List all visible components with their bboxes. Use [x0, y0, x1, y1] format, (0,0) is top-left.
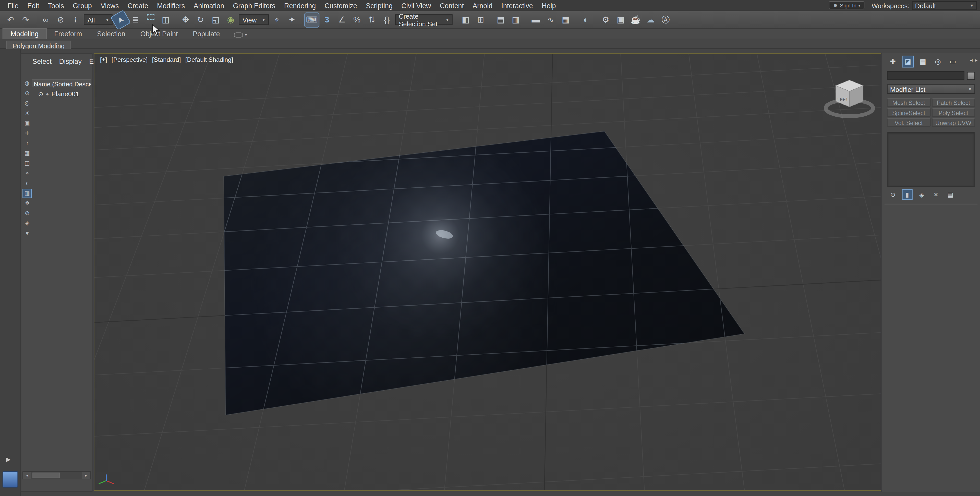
menu-arnold[interactable]: Arnold — [468, 1, 497, 10]
select-object-icon[interactable]: ➤ — [111, 10, 130, 29]
ribbon-tab-freeform[interactable]: Freeform — [47, 29, 90, 39]
unlink-selection-icon[interactable]: ⊘ — [54, 13, 68, 27]
scrollbar-thumb[interactable] — [32, 472, 60, 478]
rendered-frame-window-icon[interactable]: ▣ — [614, 13, 627, 27]
align-icon[interactable]: ⊞ — [474, 13, 488, 27]
modifier-list-dropdown[interactable]: Modifier List ▼ — [887, 84, 975, 94]
use-pivot-point-center-icon[interactable]: ⌖ — [270, 13, 284, 27]
angle-snap-icon[interactable]: ∠ — [335, 13, 349, 27]
explorer-horizontal-scrollbar[interactable]: ◂ ▸ — [22, 471, 91, 479]
explorer-tool-icon[interactable]: ☀ — [23, 109, 32, 118]
viewport-pov-menu[interactable]: [Perspective] — [111, 56, 148, 63]
explorer-tool-icon[interactable]: ◎ — [23, 99, 32, 108]
scroll-right-icon[interactable]: ▸ — [975, 57, 978, 63]
reference-coordinate-system-dropdown[interactable]: View ▼ — [239, 14, 269, 25]
edit-named-selection-sets-icon[interactable]: {} — [380, 13, 394, 27]
select-and-move-icon[interactable]: ✥ — [179, 13, 192, 27]
explorer-tool-icon[interactable]: ▣ — [23, 119, 32, 128]
vol-select-button[interactable]: Vol. Select — [887, 118, 930, 127]
explorer-tool-icon[interactable]: ⊙ — [23, 89, 32, 97]
ribbon-config-dropdown[interactable]: ▾ — [234, 32, 247, 38]
menu-customize[interactable]: Customize — [320, 1, 361, 10]
menu-help[interactable]: Help — [537, 1, 560, 10]
perspective-viewport[interactable]: [+] [Perspective] [Standard] [Default Sh… — [94, 53, 881, 491]
percent-snap-icon[interactable]: % — [350, 13, 364, 27]
menu-create[interactable]: Create — [123, 1, 153, 10]
render-setup-icon[interactable]: ⚙ — [599, 13, 612, 27]
scroll-left-icon[interactable]: ◂ — [970, 57, 973, 63]
configure-modifier-sets-icon[interactable]: ▤ — [946, 190, 955, 199]
selection-filter-dropdown[interactable]: All ▼ — [84, 14, 113, 25]
toggle-layer-explorer-icon[interactable]: ▥ — [509, 13, 523, 27]
motion-tab-icon[interactable]: ◎ — [932, 56, 943, 67]
explorer-tool-icon[interactable]: ▦ — [23, 149, 32, 157]
object-color-swatch[interactable] — [967, 72, 975, 79]
ribbon-tab-selection[interactable]: Selection — [90, 29, 133, 39]
render-production-icon[interactable]: ☕ — [629, 13, 643, 27]
viewcube[interactable]: LEFT — [819, 70, 880, 123]
hierarchy-tab-icon[interactable]: ▤ — [918, 56, 928, 67]
ribbon-tab-populate[interactable]: Populate — [185, 29, 228, 39]
curve-editor-icon[interactable]: ∿ — [544, 13, 557, 27]
poly-select-button[interactable]: Poly Select — [932, 108, 975, 117]
unwrap-uvw-button[interactable]: Unwrap UVW — [932, 118, 975, 127]
redo-icon[interactable]: ↷ — [19, 13, 32, 27]
explorer-tool-icon[interactable]: ❄ — [23, 199, 32, 208]
explorer-tool-icon[interactable]: ⌖ — [23, 170, 32, 178]
mesh-select-button[interactable]: Mesh Select — [887, 98, 930, 107]
toggle-scene-explorer-icon[interactable]: ▤ — [494, 13, 508, 27]
scene-object-row[interactable]: ⊙ ● Plane001 — [32, 89, 91, 98]
autodesk-a360-icon[interactable]: Ⓐ — [659, 13, 673, 27]
select-and-place-icon[interactable]: ◉ — [224, 13, 238, 27]
display-tab-icon[interactable]: ▭ — [948, 56, 958, 67]
spinner-snap-icon[interactable]: ⇅ — [365, 13, 379, 27]
make-unique-icon[interactable]: ◈ — [917, 190, 926, 199]
visibility-eye-icon[interactable]: ⊙ — [38, 91, 43, 97]
viewport-shading-menu[interactable]: [Default Shading] — [185, 56, 233, 63]
scroll-right-icon[interactable]: ▸ — [82, 472, 90, 479]
menu-graph-editors[interactable]: Graph Editors — [229, 1, 280, 10]
keyboard-shortcut-override-icon[interactable]: ⌨ — [305, 13, 319, 27]
menu-content[interactable]: Content — [436, 1, 468, 10]
remove-modifier-icon[interactable]: ✕ — [931, 190, 941, 199]
viewport-layout-tab[interactable] — [3, 471, 18, 488]
select-and-scale-icon[interactable]: ◱ — [209, 13, 223, 27]
spline-select-button[interactable]: SplineSelect — [887, 108, 930, 117]
pin-stack-icon[interactable]: ⊙ — [888, 190, 897, 199]
explorer-tool-icon[interactable]: ▥ — [23, 189, 32, 197]
render-in-cloud-icon[interactable]: ☁ — [644, 13, 658, 27]
menu-animation[interactable]: Animation — [189, 1, 229, 10]
menu-modifiers[interactable]: Modifiers — [153, 1, 189, 10]
mirror-icon[interactable]: ◧ — [459, 13, 473, 27]
object-name-field[interactable] — [887, 71, 964, 80]
select-and-rotate-icon[interactable]: ↻ — [194, 13, 208, 27]
scroll-left-icon[interactable]: ◂ — [23, 472, 32, 479]
name-column-header[interactable]: Name (Sorted Descendin — [32, 79, 91, 88]
menu-civil-view[interactable]: Civil View — [397, 1, 436, 10]
menu-views[interactable]: Views — [96, 1, 123, 10]
ribbon-tab-modeling[interactable]: Modeling — [3, 28, 47, 39]
menu-scripting[interactable]: Scripting — [361, 1, 397, 10]
menu-tools[interactable]: Tools — [44, 1, 68, 10]
create-tab-icon[interactable]: ✚ — [888, 56, 898, 67]
modifier-stack-list[interactable] — [887, 132, 975, 187]
show-end-result-icon[interactable]: ▮ — [903, 190, 912, 199]
explorer-tool-icon[interactable]: ⊘ — [23, 209, 32, 218]
workspaces-dropdown[interactable]: Default ▼ — [912, 1, 977, 10]
sign-in-button[interactable]: ☻ Sign In ▾ — [829, 1, 864, 10]
named-selection-set-dropdown[interactable]: Create Selection Set ▼ — [395, 14, 452, 25]
explorer-tool-icon[interactable]: ▼ — [23, 229, 32, 238]
viewport-renderer-menu[interactable]: [Standard] — [152, 56, 181, 63]
explorer-tool-icon[interactable]: ≀ — [23, 139, 32, 148]
menu-group[interactable]: Group — [68, 1, 96, 10]
bind-to-space-warp-icon[interactable]: ≀ — [69, 13, 83, 27]
explorer-tool-icon[interactable]: ◈ — [23, 219, 32, 227]
menu-file[interactable]: File — [3, 1, 23, 10]
select-by-name-icon[interactable]: ≣ — [129, 13, 142, 27]
explorer-tool-icon[interactable]: ✛ — [23, 129, 32, 138]
material-editor-icon[interactable]: ◐ — [579, 13, 592, 27]
explorer-tool-icon[interactable]: ◍ — [23, 79, 32, 87]
explorer-tool-icon[interactable]: ◐ — [23, 180, 32, 188]
explorer-tool-icon[interactable]: ◫ — [23, 159, 32, 167]
explorer-menu-display[interactable]: Display — [59, 57, 82, 65]
